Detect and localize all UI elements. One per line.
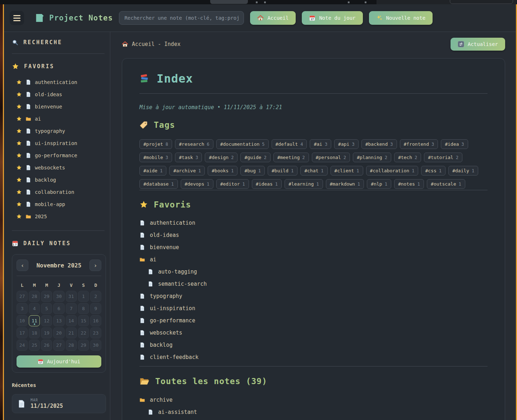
calendar-day-cell[interactable]: 22 [78,327,89,339]
calendar-day-cell[interactable]: 19 [41,327,52,339]
tag-chip[interactable]: #idea 3 [441,139,468,149]
sidebar-favorite-item[interactable]: mobile-app [8,198,105,210]
sidebar-favorite-item[interactable]: old-ideas [8,88,105,101]
sidebar-favorite-item[interactable]: ui-inspiration [8,137,105,149]
note-link-row[interactable]: typography [139,290,488,302]
note-link-row[interactable]: client-feedback [139,351,488,363]
tag-chip[interactable]: #projet 8 [139,139,172,149]
calendar-day-cell[interactable]: 20 [53,327,64,339]
calendar-day-cell[interactable]: 15 [78,315,89,326]
sidebar-favorite-item[interactable]: go-performance [8,149,105,162]
note-link-row[interactable]: go-performance [139,314,488,327]
calendar-day-cell[interactable]: 11 [29,315,40,326]
tag-chip[interactable]: #nlp 1 [367,179,391,189]
tag-chip[interactable]: #books 1 [208,166,237,176]
calendar-day-cell[interactable]: 3 [17,303,28,314]
calendar-day-cell[interactable]: 7 [66,303,77,314]
sidebar-favorite-item[interactable]: authentication [8,76,105,88]
calendar-day-cell[interactable]: 21 [66,327,77,339]
note-link-row[interactable]: ui-inspiration [139,302,488,314]
calendar-day-cell[interactable]: 28 [29,291,40,302]
tag-chip[interactable]: #design 2 [205,153,237,162]
calendar-day-cell[interactable]: 31 [66,291,77,302]
calendar-day-cell[interactable]: 23 [90,327,101,339]
today-button[interactable]: Aujourd'hui [17,355,101,368]
tag-chip[interactable]: #personal 2 [312,153,350,162]
tag-chip[interactable]: #research 6 [175,139,213,149]
tag-chip[interactable]: #meeting 2 [273,153,309,162]
calendar-day-cell[interactable]: 25 [29,340,40,351]
tag-chip[interactable]: #chat 1 [300,166,327,176]
hamburger-menu-button[interactable] [10,11,24,25]
calendar-day-cell[interactable]: 29 [78,340,89,351]
tag-chip[interactable]: #collaboration 1 [366,166,419,176]
tag-chip[interactable]: #ai 3 [310,139,331,149]
calendar-day-cell[interactable]: 24 [17,340,28,351]
tag-chip[interactable]: #default 4 [272,139,307,149]
calendar-day-cell[interactable]: 29 [41,291,52,302]
calendar-prev-button[interactable]: ‹ [17,260,28,271]
calendar-day-cell[interactable]: 27 [53,340,64,351]
calendar-day-cell[interactable]: 13 [53,315,64,326]
note-link-row[interactable]: auto-tagging [148,266,488,278]
note-link-row[interactable]: archive [139,394,488,406]
tag-chip[interactable]: #build 1 [268,166,297,176]
tag-chip[interactable]: #markdown 1 [326,179,364,189]
tag-chip[interactable]: #aide 1 [139,166,166,176]
calendar-day-cell[interactable]: 26 [41,340,52,351]
note-link-row[interactable]: old-ideas [139,229,488,241]
sidebar-favorite-item[interactable]: collaboration [8,186,105,198]
recent-note-card[interactable]: MAR 11/11/2025 [12,394,106,413]
tag-chip[interactable]: #archive 1 [169,166,205,176]
calendar-day-cell[interactable]: 16 [90,315,101,326]
tag-chip[interactable]: #css 1 [421,166,446,176]
calendar-day-cell[interactable]: 18 [29,327,40,339]
tag-chip[interactable]: #planning 2 [353,153,391,162]
note-link-row[interactable]: authentication [139,217,488,229]
tag-chip[interactable]: #learning 1 [285,179,323,189]
sidebar-favorite-item[interactable]: typography [8,125,105,137]
tag-chip[interactable]: #mobile 3 [139,153,172,162]
note-link-row[interactable]: websockets [139,327,488,339]
sidebar-favorite-item[interactable]: websockets [8,162,105,174]
calendar-day-cell[interactable]: 6 [53,303,64,314]
tag-chip[interactable]: #daily 1 [448,166,478,176]
tag-chip[interactable]: #tech 2 [394,153,421,162]
tag-chip[interactable]: #outscale 1 [427,179,465,189]
calendar-day-cell[interactable]: 27 [17,291,28,302]
tag-chip[interactable]: #editor 1 [216,179,249,189]
tag-chip[interactable]: #ideas 1 [252,179,282,189]
sidebar-favorite-item[interactable]: bienvenue [8,101,105,113]
tag-chip[interactable]: #tutorial 2 [424,153,462,162]
tag-chip[interactable]: #client 1 [331,166,363,176]
tag-chip[interactable]: #guide 2 [240,153,270,162]
note-link-row[interactable]: bienvenue [139,241,488,253]
note-link-row[interactable]: backlog [139,339,488,351]
sidebar-favorite-item[interactable]: 2025 [8,210,105,223]
refresh-button[interactable]: Actualiser [451,38,505,51]
calendar-day-cell[interactable]: 28 [66,340,77,351]
tag-chip[interactable]: #task 3 [175,153,202,162]
tag-chip[interactable]: #bug 1 [240,166,265,176]
calendar-next-button[interactable]: › [89,260,101,271]
tag-chip[interactable]: #backend 3 [361,139,397,149]
calendar-day-cell[interactable]: 8 [78,303,89,314]
calendar-day-cell[interactable]: 30 [90,340,101,351]
calendar-day-cell[interactable]: 14 [66,315,77,326]
daily-note-button[interactable]: Note du jour [302,11,363,25]
calendar-day-cell[interactable]: 12 [41,315,52,326]
note-link-row[interactable]: semantic-search [148,278,488,290]
calendar-day-cell[interactable]: 4 [29,303,40,314]
new-note-button[interactable]: Nouvelle note [369,11,433,25]
calendar-day-cell[interactable]: 9 [90,303,101,314]
calendar-day-cell[interactable]: 1 [78,291,89,302]
calendar-day-cell[interactable]: 10 [17,315,28,326]
note-link-row[interactable]: ai-assistant [148,406,488,418]
sidebar-favorite-item[interactable]: ai [8,113,105,125]
tag-chip[interactable]: #documentation 5 [216,139,269,149]
calendar-day-cell[interactable]: 17 [17,327,28,339]
tag-chip[interactable]: #devops 1 [181,179,213,189]
sidebar-favorite-item[interactable]: backlog [8,174,105,186]
calendar-day-cell[interactable]: 5 [41,303,52,314]
tag-chip[interactable]: #notes 1 [394,179,424,189]
